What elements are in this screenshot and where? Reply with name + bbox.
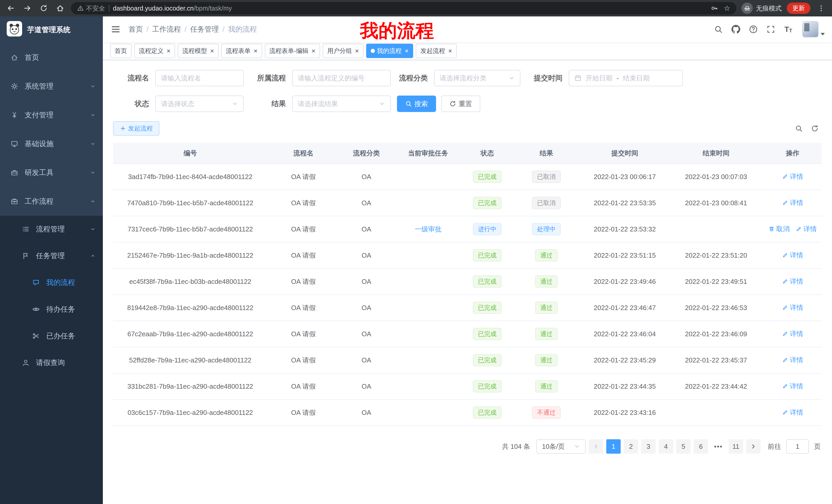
process-name-input[interactable]	[155, 70, 244, 86]
reset-button[interactable]: 重置	[441, 95, 480, 112]
date-separator: -	[617, 74, 619, 82]
cancel-link[interactable]: 取消	[769, 225, 789, 233]
page-button-4[interactable]: 4	[659, 439, 673, 454]
close-icon[interactable]: ×	[405, 48, 409, 54]
app-title: 芋道管理系统	[27, 25, 71, 35]
sidebar-item-工作流程[interactable]: 工作流程	[0, 187, 103, 216]
sidebar-item-流程管理[interactable]: 流程管理	[0, 216, 103, 243]
tab-流程定义[interactable]: 流程定义×	[134, 44, 175, 58]
tab-我的流程[interactable]: 我的流程×	[366, 44, 413, 58]
hamburger-icon[interactable]	[103, 25, 129, 34]
sidebar-item-我的流程[interactable]: 我的流程	[0, 269, 103, 296]
tab-流程表单-编辑[interactable]: 流程表单-编辑×	[265, 44, 320, 58]
cell-category: OA	[339, 164, 393, 190]
prev-page-button[interactable]	[589, 439, 603, 454]
home-icon[interactable]	[54, 3, 66, 14]
detail-link[interactable]: 详情	[782, 251, 803, 260]
detail-link[interactable]: 详情	[782, 356, 803, 365]
cell-end-time: 2022-01-22 23:44:42	[669, 373, 763, 399]
pagination-ellipsis[interactable]: •••	[711, 439, 726, 454]
detail-link[interactable]: 详情	[782, 329, 803, 338]
detail-link[interactable]: 详情	[782, 198, 803, 207]
forward-icon[interactable]	[22, 3, 33, 14]
sidebar-item-待办任务[interactable]: 待办任务	[0, 296, 103, 323]
detail-link[interactable]: 详情	[782, 172, 803, 181]
detail-link[interactable]: 详情	[782, 277, 803, 286]
page-size-select[interactable]: 10条/页	[536, 439, 586, 454]
process-table: 编号流程名流程分类当前审批任务状态结果提交时间结束时间操作 3ad174fb-7…	[113, 143, 822, 426]
sidebar-item-任务管理[interactable]: 任务管理	[0, 243, 103, 269]
refresh-table-icon[interactable]	[811, 124, 818, 132]
breadcrumb-item-首页[interactable]: 首页	[129, 24, 143, 34]
tab-首页[interactable]: 首页	[110, 44, 132, 58]
goto-page-input[interactable]	[786, 439, 809, 454]
current-task-link[interactable]: 一级审批	[415, 225, 441, 233]
fullscreen-icon[interactable]	[764, 23, 778, 36]
cell-current-task: 一级审批	[393, 216, 463, 242]
close-icon[interactable]: ×	[448, 48, 452, 54]
status-select[interactable]: 请选择状态	[155, 95, 244, 112]
status-tag: 已完成	[473, 407, 502, 419]
tab-流程模型[interactable]: 流程模型×	[178, 44, 218, 58]
app-logo-row[interactable]: 芋道管理系统	[0, 17, 103, 43]
result-select[interactable]: 请选择流结果	[292, 95, 391, 112]
browser-chrome: 不安全 dashboard.yudao.iocoder.cn/bpm/task/…	[0, 0, 832, 17]
page-button-6[interactable]: 6	[694, 439, 708, 454]
tab-流程表单[interactable]: 流程表单×	[221, 44, 262, 58]
breadcrumb-item-任务管理[interactable]: 任务管理	[190, 24, 219, 34]
sidebar-item-首页[interactable]: 首页	[0, 43, 103, 72]
help-icon[interactable]	[747, 23, 760, 36]
password-key-icon[interactable]	[709, 3, 720, 14]
cell-result: 不通过	[512, 399, 581, 426]
cell-end-time: 2022-01-22 23:51:20	[669, 242, 763, 269]
user-menu[interactable]	[802, 21, 825, 37]
github-icon[interactable]	[729, 23, 743, 36]
back-icon[interactable]	[5, 3, 17, 14]
tab-用户分组[interactable]: 用户分组×	[323, 44, 364, 58]
close-icon[interactable]: ×	[166, 48, 171, 54]
sidebar-item-已办任务[interactable]: 已办任务	[0, 323, 103, 349]
detail-link[interactable]: 详情	[782, 382, 803, 391]
sidebar-item-研发工具[interactable]: 研发工具	[0, 158, 103, 187]
sidebar-item-系统管理[interactable]: 系统管理	[0, 72, 103, 101]
breadcrumb-item-工作流程[interactable]: 工作流程	[152, 24, 181, 34]
tab-发起流程[interactable]: 发起流程×	[416, 44, 457, 58]
sidebar-item-基础设施[interactable]: 基础设施	[0, 130, 103, 158]
sidebar-item-支付管理[interactable]: 支付管理	[0, 101, 103, 130]
yen-icon	[10, 111, 19, 119]
page-button-2[interactable]: 2	[624, 439, 638, 454]
detail-link[interactable]: 详情	[782, 303, 803, 312]
page-button-11[interactable]: 11	[729, 439, 743, 454]
cell-status: 已完成	[463, 347, 512, 373]
address-bar[interactable]: 不安全 dashboard.yudao.iocoder.cn/bpm/task/…	[71, 2, 736, 15]
update-button[interactable]: 更新	[787, 3, 810, 14]
bookmark-star-icon[interactable]: ☆	[724, 4, 730, 12]
parent-process-input[interactable]	[292, 70, 391, 86]
search-icon[interactable]	[712, 23, 725, 36]
detail-link[interactable]: 详情	[782, 408, 803, 417]
close-icon[interactable]: ×	[355, 48, 359, 54]
sidebar-item-请假查询[interactable]: 请假查询	[0, 349, 103, 376]
search-button[interactable]: 搜索	[397, 95, 436, 112]
submit-time-range-picker[interactable]: 开始日期 - 结束日期	[569, 70, 683, 86]
category-select[interactable]: 请选择流程分类	[434, 70, 520, 86]
close-icon[interactable]: ×	[210, 48, 214, 54]
close-icon[interactable]: ×	[254, 48, 257, 54]
total-count: 共 104 条	[502, 442, 530, 451]
browser-menu-kebab-icon[interactable]	[815, 3, 827, 14]
column-header-当前审批任务: 当前审批任务	[393, 143, 463, 164]
page-button-5[interactable]: 5	[676, 439, 691, 454]
font-size-icon[interactable]: TT	[782, 23, 795, 36]
reload-icon[interactable]	[38, 3, 49, 14]
close-icon[interactable]: ×	[312, 48, 315, 54]
detail-link[interactable]: 详情	[796, 225, 817, 233]
cell-name: OA 请假	[267, 269, 339, 295]
cell-current-task	[393, 164, 463, 190]
create-process-button[interactable]: 发起流程	[113, 121, 159, 136]
page-button-3[interactable]: 3	[641, 439, 656, 454]
next-page-button[interactable]	[746, 439, 760, 454]
workflow-submenu: 流程管理任务管理我的流程待办任务已办任务请假查询	[0, 216, 103, 504]
page-button-1[interactable]: 1	[606, 439, 621, 454]
cell-end-time	[669, 216, 763, 242]
toggle-search-icon[interactable]	[795, 124, 803, 132]
